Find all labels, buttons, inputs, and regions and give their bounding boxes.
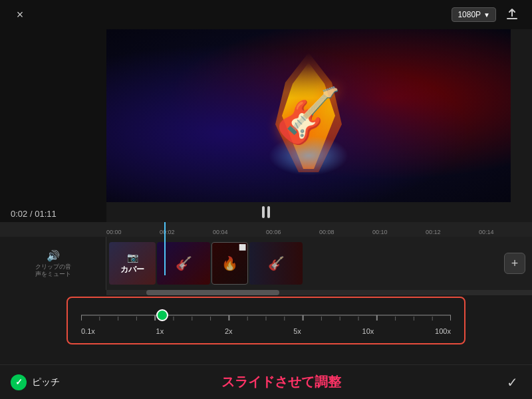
slider-track-container: [81, 306, 451, 325]
clip-video2-icon: ⬜: [239, 244, 246, 251]
ruler-label-0: 00:00: [106, 229, 160, 237]
scroll-thumb[interactable]: [146, 290, 279, 295]
clip-video2[interactable]: 🔥 ⬜: [211, 242, 248, 285]
ruler-label-4: 00:08: [319, 229, 372, 237]
clip-v3-thumb: 🎸: [268, 255, 285, 271]
pitch-toggle-icon: ✓: [11, 374, 27, 390]
mute-button[interactable]: 🔊 クリップの音 声をミュート: [35, 249, 71, 278]
track-area: 🔊 クリップの音 声をミュート 📷 カバー 🎸 🔥 ⬜ 🎸 +: [0, 237, 532, 290]
play-pause-button[interactable]: [262, 206, 270, 218]
svg-rect-0: [507, 18, 517, 19]
mute-label: クリップの音 声をミュート: [35, 263, 71, 278]
video-preview: 🎸: [106, 29, 511, 202]
guitar-visual: 🎸: [242, 49, 375, 182]
clip-video3[interactable]: 🎸: [249, 242, 303, 285]
export-button[interactable]: [503, 5, 521, 24]
mute-icon: 🔊: [47, 249, 60, 262]
ruler-label-6: 00:12: [426, 229, 479, 237]
ruler-label-7: 00:14: [479, 229, 532, 237]
speed-label-5x: 5x: [293, 327, 301, 335]
guitar-icon: 🎸: [275, 84, 342, 147]
clip-v1-thumb: 🎸: [176, 255, 192, 271]
video-background: 🎸: [106, 29, 511, 202]
top-right-controls: 1080P ▼: [452, 5, 521, 24]
add-clip-button[interactable]: +: [504, 253, 525, 274]
speed-label-1x: 1x: [156, 327, 164, 335]
slide-instruction: スライドさせて調整: [60, 373, 503, 391]
ruler-label-2: 00:04: [213, 229, 266, 237]
clip-v2-thumb: 🔥: [221, 255, 238, 271]
clip-cover-label: カバー: [120, 264, 144, 275]
pause-icon: [262, 206, 270, 218]
scroll-track: [106, 290, 532, 295]
speed-label-01x: 0.1x: [81, 327, 95, 335]
speed-slider-handle[interactable]: [156, 309, 168, 321]
timeline-ruler: 00:00 00:02 00:04 00:06 00:08 00:10 00:1…: [0, 222, 532, 237]
time-display: 0:02 / 01:11: [11, 209, 57, 219]
left-panel: [0, 29, 106, 223]
ruler-label-5: 00:10: [372, 229, 426, 237]
top-bar: × 1080P ▼: [0, 0, 532, 29]
slider-ticks-svg: [81, 310, 451, 321]
slider-line: [81, 315, 451, 316]
slider-labels: 0.1x 1x 2x 5x 10x 100x: [81, 327, 451, 335]
pitch-label: ピッチ: [32, 376, 60, 388]
speed-slider-area: 0.1x 1x 2x 5x 10x 100x: [66, 297, 466, 344]
confirm-button[interactable]: ✓: [503, 373, 521, 392]
clip-cover[interactable]: 📷 カバー: [109, 242, 156, 285]
speed-label-10x: 10x: [362, 327, 374, 335]
clip-cover-icon: 📷: [127, 252, 138, 263]
pitch-toggle[interactable]: ✓ ピッチ: [11, 374, 60, 390]
bottom-bar: ✓ ピッチ スライドさせて調整 ✓: [0, 364, 532, 399]
close-button[interactable]: ×: [11, 5, 29, 24]
ruler-label-3: 00:06: [266, 229, 319, 237]
speed-label-100x: 100x: [435, 327, 451, 335]
speed-label-2x: 2x: [225, 327, 233, 335]
playhead[interactable]: [164, 222, 166, 275]
track-clips: 📷 カバー 🎸 🔥 ⬜ 🎸 +: [106, 237, 532, 290]
ruler-label-1: 00:02: [160, 229, 213, 237]
export-icon: [505, 7, 519, 22]
track-left-panel: 🔊 クリップの音 声をミュート: [0, 237, 106, 290]
resolution-selector[interactable]: 1080P ▼: [452, 7, 496, 22]
ruler-marks: 00:00 00:02 00:04 00:06 00:08 00:10 00:1…: [0, 222, 532, 237]
